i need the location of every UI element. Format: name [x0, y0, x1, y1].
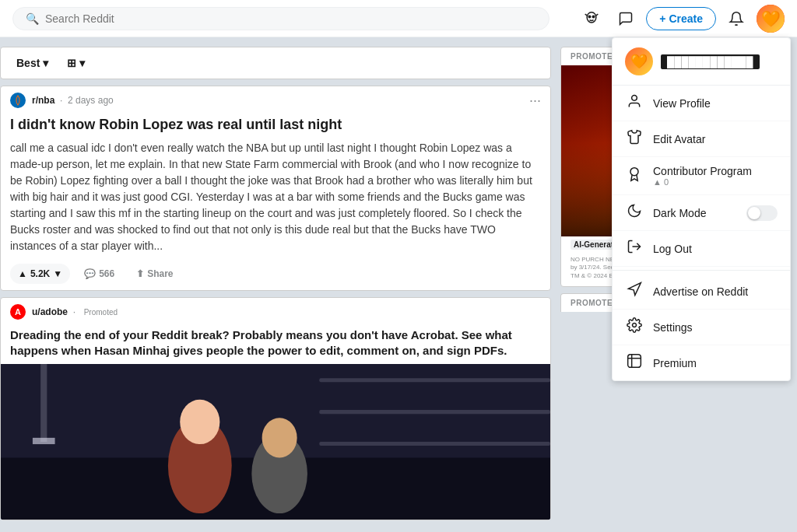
header-right: + Create 🧡	[578, 5, 785, 33]
edit-avatar-item[interactable]: Edit Avatar	[613, 121, 790, 157]
svg-rect-15	[40, 364, 47, 442]
settings-icon	[625, 317, 644, 337]
chevron-down-icon-2: ▾	[79, 57, 85, 69]
view-profile-label: View Profile	[653, 97, 711, 110]
award-icon	[625, 166, 644, 186]
dark-mode-toggle[interactable]	[746, 205, 778, 221]
dropdown-username: ████████████	[661, 54, 760, 69]
best-sort-btn[interactable]: Best ▾	[10, 54, 54, 72]
upvote-icon: ▲	[18, 268, 27, 279]
svg-rect-10	[319, 442, 550, 446]
notifications-btn[interactable]	[722, 5, 750, 33]
logout-icon	[625, 239, 644, 258]
premium-label: Premium	[653, 357, 697, 369]
premium-icon	[625, 353, 644, 373]
svg-rect-9	[319, 410, 550, 414]
post-meta-1: r/nba · 2 days ago	[32, 95, 114, 106]
post-image-placeholder	[1, 364, 550, 520]
svg-rect-16	[33, 438, 55, 444]
post-card-2: A u/adobe · Promoted Dreading the end of…	[0, 297, 551, 520]
svg-point-18	[630, 167, 638, 175]
promoted-label: Promoted	[84, 308, 118, 317]
post-meta-2: u/adobe · Promoted	[32, 306, 118, 317]
downvote-icon: ▼	[53, 268, 62, 279]
share-label-1: Share	[147, 268, 173, 279]
dropdown-header: 🧡 ████████████	[613, 38, 790, 86]
contributor-count: ▲ 0	[653, 177, 752, 187]
dropdown-menu: 🧡 ████████████ View Profile Edit Avatar	[612, 37, 791, 381]
svg-point-14	[262, 418, 297, 458]
svg-point-1	[588, 16, 591, 18]
post-card-1: r/nba · 2 days ago ··· I didn't know Rob…	[0, 86, 551, 291]
svg-point-12	[180, 400, 219, 444]
megaphone-icon	[625, 282, 644, 301]
svg-rect-21	[628, 355, 641, 368]
user-icon	[625, 93, 644, 113]
subreddit-icon-nba	[10, 93, 26, 108]
subreddit-icon-adobe: A	[10, 304, 26, 320]
share-icon: ⬆	[136, 268, 144, 279]
create-label: Create	[669, 12, 703, 25]
svg-point-17	[632, 96, 637, 101]
divider-1	[613, 270, 790, 271]
edit-avatar-label: Edit Avatar	[653, 133, 705, 145]
chevron-down-icon: ▾	[43, 57, 48, 69]
comment-count-1: 566	[99, 268, 114, 279]
header: 🔍 + Create	[0, 0, 797, 37]
feed-area: Best ▾ ⊞ ▾ r/nba · 2 days ago ···	[0, 37, 551, 532]
advertise-item[interactable]: Advertise on Reddit	[613, 274, 790, 310]
contributor-program-item[interactable]: Contributor Program ▲ 0	[613, 157, 790, 195]
image-scene	[1, 364, 550, 520]
settings-label: Settings	[653, 321, 693, 334]
advertise-label: Advertise on Reddit	[653, 285, 748, 298]
logout-item[interactable]: Log Out	[613, 231, 790, 267]
share-btn-1[interactable]: ⬆ Share	[128, 264, 181, 284]
svg-rect-8	[319, 379, 550, 383]
post-time-1: 2 days ago	[68, 95, 114, 106]
log-out-label: Log Out	[653, 243, 692, 255]
dark-mode-label: Dark Mode	[653, 207, 706, 219]
plus-icon: +	[659, 12, 665, 25]
vote-count-1: 5.2K	[30, 268, 50, 279]
svg-point-5	[13, 96, 23, 106]
upvote-btn-1[interactable]: ▲ 5.2K ▼	[10, 264, 70, 284]
comments-btn-1[interactable]: 💬 566	[76, 264, 122, 284]
toggle-knob	[748, 207, 760, 219]
settings-item[interactable]: Settings	[613, 310, 790, 345]
tshirt-icon	[625, 129, 644, 149]
contributor-program-label: Contributor Program	[653, 165, 752, 177]
post-options-btn-1[interactable]: ···	[529, 93, 541, 107]
comment-icon: 💬	[84, 268, 96, 279]
svg-point-2	[592, 16, 595, 18]
sort-bar: Best ▾ ⊞ ▾	[0, 47, 551, 79]
chat-icon	[618, 11, 634, 26]
best-label: Best	[16, 57, 40, 69]
user-avatar-btn[interactable]: 🧡	[757, 5, 785, 33]
svg-line-3	[585, 14, 588, 16]
avatar: 🧡	[757, 5, 785, 33]
dropdown-avatar: 🧡	[625, 47, 653, 75]
bell-icon	[729, 11, 744, 26]
chat-icon-btn[interactable]	[612, 5, 640, 33]
post-header-1: r/nba · 2 days ago ···	[1, 86, 550, 114]
view-profile-item[interactable]: View Profile	[613, 86, 790, 121]
post-title-2: Dreading the end of your Reddit break? P…	[1, 326, 550, 364]
upvote-small-icon: ▲	[653, 177, 662, 187]
premium-item[interactable]: Premium	[613, 345, 790, 380]
moon-icon	[625, 203, 644, 222]
subreddit-link-1[interactable]: r/nba	[32, 95, 54, 106]
search-icon: 🔍	[26, 12, 39, 25]
post-title-1: I didn't know Robin Lopez was real until…	[1, 114, 550, 140]
subreddit-link-2[interactable]: u/adobe	[32, 306, 68, 317]
contributor-info: Contributor Program ▲ 0	[653, 165, 752, 187]
post-body-1: call me a casual idc I don't even really…	[1, 140, 550, 261]
search-input[interactable]	[45, 12, 536, 25]
create-button[interactable]: + Create	[646, 7, 716, 30]
alien-icon	[584, 11, 599, 26]
dark-mode-item[interactable]: Dark Mode	[613, 195, 790, 231]
view-icon: ⊞	[67, 57, 76, 69]
search-bar[interactable]: 🔍	[12, 7, 549, 30]
post-header-2: A u/adobe · Promoted	[1, 298, 550, 326]
view-sort-btn[interactable]: ⊞ ▾	[61, 54, 91, 72]
alien-icon-btn[interactable]	[578, 5, 606, 33]
